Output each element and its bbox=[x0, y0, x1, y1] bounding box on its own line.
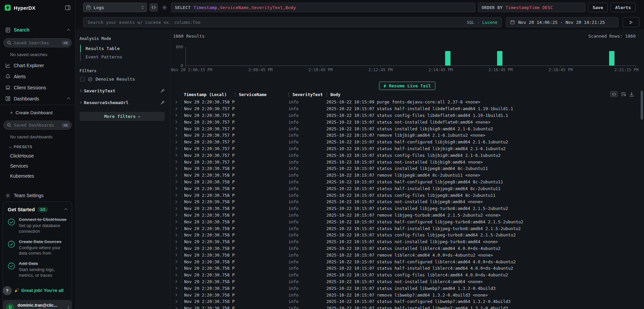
save-button[interactable]: Save bbox=[588, 3, 608, 12]
table-row[interactable]: Nov 20 2:20:30.758 PMinfo2025-10-22 10:1… bbox=[170, 298, 640, 305]
table-row[interactable]: Nov 20 2:20:30.758 PMinfo2025-10-22 10:1… bbox=[170, 218, 640, 225]
table-row[interactable]: Nov 20 2:20:30.758 PMinfo2025-10-22 10:1… bbox=[170, 258, 640, 265]
expand-row-button[interactable] bbox=[170, 134, 181, 136]
preset-item-services[interactable]: Services bbox=[0, 161, 75, 171]
expand-source-button[interactable] bbox=[610, 91, 618, 97]
filter-field-severitytext[interactable]: SeverityText bbox=[79, 88, 165, 93]
sidebar-item-alerts[interactable]: Alerts bbox=[0, 71, 75, 82]
table-row[interactable]: Nov 20 2:20:30.757 PMinfo2025-10-22 10:1… bbox=[170, 125, 640, 132]
user-menu[interactable]: D dominic.tran@clic... dominic.tran@clic… bbox=[3, 300, 72, 309]
table-row[interactable]: Nov 20 2:20:30.758 PMinfo2025-10-22 10:1… bbox=[170, 192, 640, 198]
expand-row-button[interactable] bbox=[170, 168, 181, 170]
expand-row-button[interactable] bbox=[170, 194, 181, 196]
table-row[interactable]: Nov 20 2:20:30.758 PMinfo2025-10-22 10:1… bbox=[170, 272, 640, 278]
run-query-button[interactable] bbox=[623, 17, 639, 27]
edit-source-code-button[interactable] bbox=[150, 3, 158, 11]
table-row[interactable]: Nov 20 2:20:30.758 PMinfo2025-10-22 10:1… bbox=[170, 232, 640, 238]
presets-header[interactable]: PRESETS bbox=[0, 139, 75, 149]
table-row[interactable]: Nov 20 2:20:30.758 PMinfo2025-10-22 10:1… bbox=[170, 172, 640, 179]
expand-row-button[interactable] bbox=[170, 301, 181, 303]
pin-icon[interactable] bbox=[160, 100, 165, 105]
table-row[interactable]: Nov 20 2:20:30.757 PMinfo2025-10-22 10:1… bbox=[170, 105, 640, 112]
sidebar-item-chart-explorer[interactable]: Chart Explorer bbox=[0, 60, 75, 71]
histogram-bar[interactable] bbox=[497, 51, 502, 65]
column-resize-handle[interactable] bbox=[326, 92, 327, 97]
chevron-up-icon[interactable] bbox=[64, 208, 68, 212]
sql-mode-button[interactable]: SQL bbox=[467, 20, 475, 25]
table-row[interactable]: Nov 20 2:20:30.758 PMinfo2025-10-22 10:1… bbox=[170, 205, 640, 212]
table-row[interactable]: Nov 20 2:20:30.758 PMinfo2025-10-22 10:1… bbox=[170, 212, 640, 219]
create-dashboard-button[interactable]: + Create Dashboard bbox=[0, 105, 75, 115]
get-started-step[interactable]: Connect to ClickHouseSet up your databas… bbox=[8, 217, 67, 234]
source-select[interactable]: Logs bbox=[83, 3, 147, 12]
expand-row-button[interactable] bbox=[170, 274, 181, 276]
get-started-step[interactable]: Add DataStart sending logs, metrics, or … bbox=[8, 261, 67, 278]
column-header-timestamp[interactable]: Timestamp (Local) bbox=[181, 92, 235, 97]
expand-row-button[interactable] bbox=[170, 154, 181, 156]
expand-row-button[interactable] bbox=[170, 254, 181, 256]
expand-row-button[interactable] bbox=[170, 161, 181, 163]
expand-row-button[interactable] bbox=[170, 214, 181, 216]
expand-row-button[interactable] bbox=[170, 101, 181, 103]
table-row[interactable]: Nov 20 2:20:30.758 PMinfo2025-10-22 10:1… bbox=[170, 252, 640, 258]
expand-row-button[interactable] bbox=[170, 247, 181, 249]
resume-live-tail-button[interactable]: Resume Live Tail bbox=[379, 82, 435, 90]
column-header-servicename[interactable]: ServiceName bbox=[235, 92, 288, 97]
expand-row-button[interactable] bbox=[170, 287, 181, 289]
time-range-picker[interactable]: Nov 20 14:06:25 - Nov 20 14:21:25 bbox=[506, 17, 619, 27]
help-button[interactable]: ? bbox=[3, 286, 12, 295]
expand-row-button[interactable] bbox=[170, 141, 181, 143]
search-section-header[interactable]: Search bbox=[0, 25, 75, 35]
table-row[interactable]: Nov 20 2:20:30.758 PMinfo2025-10-22 10:1… bbox=[170, 265, 640, 272]
histogram-bar[interactable] bbox=[609, 51, 614, 65]
table-row[interactable]: Nov 20 2:20:30.757 PMinfo2025-10-22 10:1… bbox=[170, 145, 640, 152]
event-search-input[interactable]: Search your events w/ Lucene ex. column:… bbox=[83, 17, 502, 27]
download-icon[interactable] bbox=[629, 92, 634, 96]
expand-row-button[interactable] bbox=[170, 128, 181, 130]
table-row[interactable]: Nov 20 2:20:30.758 PMinfo2025-10-22 10:1… bbox=[170, 99, 640, 105]
lucene-mode-button[interactable]: Lucene bbox=[482, 20, 497, 25]
table-row[interactable]: Nov 20 2:20:30.758 PMinfo2025-10-22 10:1… bbox=[170, 238, 640, 245]
table-row[interactable]: Nov 20 2:20:30.758 PMinfo2025-10-22 10:1… bbox=[170, 278, 640, 285]
table-row[interactable]: Nov 20 2:20:30.757 PMinfo2025-10-22 10:1… bbox=[170, 152, 640, 159]
column-header-severitytext[interactable]: SeverityText bbox=[288, 92, 326, 97]
expand-row-button[interactable] bbox=[170, 280, 181, 282]
table-row[interactable]: Nov 20 2:20:30.758 PMinfo2025-10-22 10:1… bbox=[170, 292, 640, 298]
denoise-results-toggle[interactable]: Denoise Results bbox=[80, 77, 165, 82]
table-row[interactable]: Nov 20 2:20:30.758 PMinfo2025-10-22 10:1… bbox=[170, 179, 640, 185]
preset-item-clickhouse[interactable]: ClickHouse bbox=[0, 151, 75, 161]
saved-searches-input[interactable]: Saved Searches ⌘K bbox=[3, 38, 72, 47]
sidebar-item-team-settings[interactable]: Team Settings bbox=[0, 190, 75, 201]
expand-row-button[interactable] bbox=[170, 267, 181, 269]
table-row[interactable]: Nov 20 2:20:30.757 PMinfo2025-10-22 10:1… bbox=[170, 132, 640, 139]
table-row[interactable]: Nov 20 2:20:30.757 PMinfo2025-10-22 10:1… bbox=[170, 119, 640, 125]
expand-row-button[interactable] bbox=[170, 201, 181, 203]
mode-event-patterns[interactable]: Event Patterns bbox=[81, 53, 165, 61]
expand-row-button[interactable] bbox=[170, 121, 181, 123]
pin-icon[interactable] bbox=[160, 89, 165, 93]
mode-results-table[interactable]: Results Table bbox=[81, 44, 165, 53]
expand-row-button[interactable] bbox=[170, 108, 181, 110]
table-row[interactable]: Nov 20 2:20:30.758 PMinfo2025-10-22 10:1… bbox=[170, 245, 640, 252]
expand-row-button[interactable] bbox=[170, 261, 181, 263]
sidebar-item-dashboards[interactable]: Dashboards bbox=[0, 93, 75, 104]
expand-row-button[interactable] bbox=[170, 227, 181, 229]
table-row[interactable]: Nov 20 2:20:30.757 PMinfo2025-10-22 10:1… bbox=[170, 139, 640, 145]
expand-row-button[interactable] bbox=[170, 208, 181, 210]
more-filters-button[interactable]: More filters bbox=[79, 112, 165, 121]
column-resize-handle[interactable] bbox=[288, 92, 289, 97]
chevron-up-icon[interactable] bbox=[67, 97, 70, 101]
expand-row-button[interactable] bbox=[170, 174, 181, 176]
table-row[interactable]: Nov 20 2:20:30.758 PMinfo2025-10-22 10:1… bbox=[170, 185, 640, 192]
table-row[interactable]: Nov 20 2:20:30.758 PMinfo2025-10-22 10:1… bbox=[170, 225, 640, 232]
chevron-up-icon[interactable] bbox=[67, 29, 70, 32]
wrap-lines-icon[interactable] bbox=[621, 92, 626, 96]
alerts-button[interactable]: Alerts bbox=[610, 3, 636, 12]
expand-row-button[interactable] bbox=[170, 147, 181, 149]
expand-row-button[interactable] bbox=[170, 294, 181, 296]
get-started-step[interactable]: Create Data SourcesConfigure where your … bbox=[8, 239, 67, 257]
expand-row-button[interactable] bbox=[170, 114, 181, 116]
column-header-body[interactable]: Body bbox=[326, 92, 636, 97]
expand-row-button[interactable] bbox=[170, 187, 181, 189]
sidebar-item-client-sessions[interactable]: Client Sessions bbox=[0, 82, 75, 93]
